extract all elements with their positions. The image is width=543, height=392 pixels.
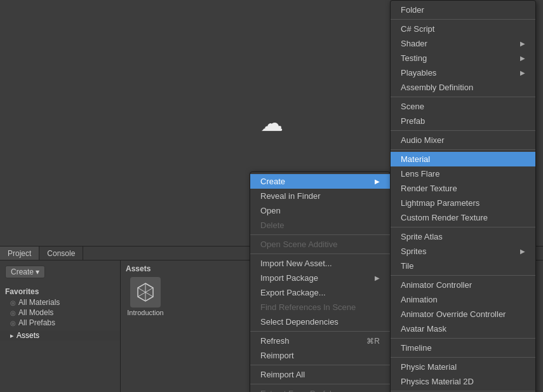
create-button[interactable]: Create ▾ [5,266,45,278]
sidebar-item-all-prefabs[interactable]: ◎ All Prefabs [0,318,120,328]
arrow-right-icon-2: ▶ [375,274,380,281]
menu-item-reveal[interactable]: Reveal in Finder [250,189,390,203]
menu-item-shader[interactable]: Shader ▶ [391,36,535,51]
circle-icon-2: ◎ [10,309,16,316]
favorites-section: Favorites ◎ All Materials ◎ All Models ◎… [0,283,120,330]
menu-item-audio-mixer[interactable]: Audio Mixer [391,133,535,147]
circle-icon-3: ◎ [10,320,16,327]
arrow-right-icon-s4: ▶ [520,248,525,255]
menu-item-reimport-all[interactable]: Reimport All [250,367,390,382]
sidebar-item-all-models[interactable]: ◎ All Models [0,308,120,318]
menu-item-avatar-mask[interactable]: Avatar Mask [391,321,535,336]
menu-item-lens-flare[interactable]: Lens Flare [391,166,535,181]
separator-2 [250,253,390,254]
menu-item-physics-material-2d[interactable]: Physics Material 2D [391,374,535,389]
app-container: ☁ Project Console Create ▾ Favorites ◎ [0,0,543,392]
menu-item-open-scene-additive: Open Scene Additive [250,237,390,252]
menu-item-reimport[interactable]: Reimport [250,348,390,363]
separator-3 [250,331,390,332]
cloud-icon: ☁ [260,110,283,137]
unity-logo [130,277,161,308]
sidebar: Create ▾ Favorites ◎ All Materials ◎ All… [0,260,121,392]
asset-item-introduction[interactable]: Introduction [123,274,168,319]
menu-item-animator-controller[interactable]: Animator Controller [391,278,535,292]
sep-s5 [391,227,535,227]
arrow-right-icon: ▶ [375,178,380,185]
menu-item-import-new-asset[interactable]: Import New Asset... [250,256,390,271]
menu-item-csharp-script[interactable]: C# Script [391,22,535,36]
menu-item-animation[interactable]: Animation [391,292,535,307]
separator-1 [250,234,390,235]
menu-item-timeline[interactable]: Timeline [391,341,535,355]
menu-item-lightmap-parameters[interactable]: Lightmap Parameters [391,196,535,210]
menu-item-sprites[interactable]: Sprites ▶ [391,244,535,259]
sep-s8 [391,357,535,358]
secondary-context-menu: Folder C# Script Shader ▶ Testing ▶ Play… [390,0,536,392]
menu-item-sprite-atlas[interactable]: Sprite Atlas [391,229,535,244]
menu-item-folder[interactable]: Folder [391,3,535,17]
menu-item-find-references: Find References In Scene [250,300,390,314]
tab-console[interactable]: Console [39,247,83,260]
folder-icon: ▸ [10,332,14,340]
sep-s3 [391,130,535,131]
menu-item-material[interactable]: Material [391,152,535,166]
menu-item-playables[interactable]: Playables ▶ [391,65,535,80]
sep-s6 [391,275,535,276]
tab-project[interactable]: Project [0,247,39,260]
sidebar-item-all-materials[interactable]: ◎ All Materials [0,297,120,308]
menu-item-physic-material[interactable]: Physic Material [391,360,535,374]
sep-s4 [391,149,535,150]
menu-item-custom-render-texture[interactable]: Custom Render Texture [391,210,535,225]
menu-item-open[interactable]: Open [250,203,390,218]
unity-icon [133,280,158,305]
menu-item-animator-override-controller[interactable]: Animator Override Controller [391,307,535,321]
menu-item-export-package[interactable]: Export Package... [250,285,390,300]
sidebar-item-assets[interactable]: ▸ Assets [0,330,120,341]
menu-item-assembly-definition[interactable]: Assembly Definition [391,80,535,95]
menu-item-prefab[interactable]: Prefab [391,114,535,128]
favorites-header: Favorites [0,286,120,297]
separator-4 [250,365,390,365]
menu-item-scene[interactable]: Scene [391,99,535,114]
menu-item-extract-from-prefab: Extract From Prefab [250,386,390,392]
refresh-shortcut: ⌘R [366,337,380,346]
menu-item-testing[interactable]: Testing ▶ [391,51,535,65]
menu-item-tile[interactable]: Tile [391,259,535,273]
circle-icon: ◎ [10,299,16,306]
arrow-right-icon-s1: ▶ [520,40,525,47]
sep-s7 [391,338,535,339]
menu-item-refresh[interactable]: Refresh ⌘R [250,334,390,348]
sep-s1 [391,19,535,20]
separator-5 [250,384,390,384]
menu-item-create[interactable]: Create ▶ [250,174,390,189]
menu-item-import-package[interactable]: Import Package ▶ [250,271,390,285]
menu-item-select-dependencies[interactable]: Select Dependencies [250,314,390,329]
arrow-right-icon-s2: ▶ [520,55,525,62]
menu-item-delete: Delete [250,218,390,233]
asset-label: Introduction [127,309,163,316]
sep-s2 [391,97,535,97]
primary-context-menu: Create ▶ Reveal in Finder Open Delete Op… [250,172,391,392]
menu-item-render-texture[interactable]: Render Texture [391,181,535,196]
arrow-right-icon-s3: ▶ [520,69,525,76]
sep-s9 [391,391,535,391]
